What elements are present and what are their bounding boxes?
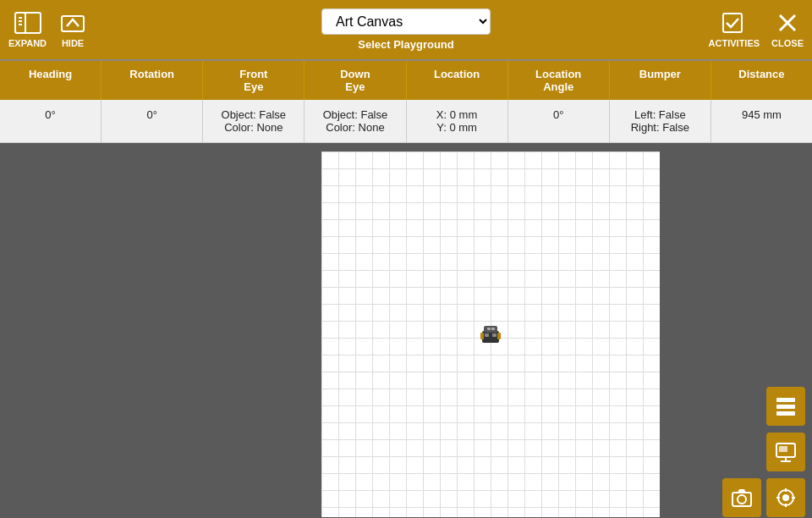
svg-rect-0 (15, 13, 41, 33)
activities-icon (720, 11, 749, 35)
left-panel (0, 143, 237, 518)
td-location: X: 0 mmY: 0 mm (407, 100, 508, 142)
top-bar-right: ACTIVITIES CLOSE (709, 11, 804, 48)
svg-rect-16 (491, 328, 495, 330)
expand-button[interactable]: EXPAND (8, 11, 47, 48)
th-location-angle: LocationAngle (508, 61, 610, 100)
camera-button[interactable] (722, 478, 761, 517)
playground-select[interactable]: Art Canvas Option 2 Option 3 (321, 8, 491, 35)
settings-button[interactable] (766, 478, 805, 517)
td-down-eye: Object: FalseColor: None (304, 100, 406, 142)
close-label: CLOSE (771, 38, 804, 48)
top-bar-center: Art Canvas Option 2 Option 3 Select Play… (321, 8, 491, 51)
th-distance: Distance (711, 61, 812, 100)
top-bar-left: EXPAND HIDE (8, 11, 87, 48)
td-front-eye: Object: FalseColor: None (203, 100, 304, 142)
svg-rect-1 (15, 13, 25, 33)
hide-icon (58, 11, 87, 35)
svg-rect-13 (485, 333, 489, 337)
activities-label: ACTIVITIES (709, 38, 760, 48)
right-panel (744, 143, 812, 518)
td-heading: 0° (0, 100, 102, 142)
top-bar: EXPAND HIDE Art Canvas Option 2 Option 3… (0, 0, 812, 59)
right-btn-row-bot (722, 478, 805, 517)
list-view-button[interactable] (766, 387, 805, 426)
th-heading: Heading (0, 61, 102, 100)
td-rotation: 0° (102, 100, 203, 142)
right-btn-row-mid (766, 433, 805, 471)
activities-button[interactable]: ACTIVITIES (709, 11, 760, 48)
svg-rect-6 (723, 14, 742, 32)
robot-icon (475, 322, 506, 346)
svg-rect-14 (492, 333, 497, 337)
td-distance: 945 mm (711, 100, 812, 142)
td-bumper: Left: FalseRight: False (610, 100, 711, 142)
svg-rect-23 (779, 446, 787, 452)
th-bumper: Bumper (610, 61, 711, 100)
svg-point-25 (738, 495, 746, 504)
svg-rect-15 (487, 328, 491, 330)
main-content (0, 143, 812, 518)
expand-label: EXPAND (8, 38, 47, 48)
monitor-icon (775, 441, 797, 463)
table-row: 0° 0° Object: FalseColor: None Object: F… (0, 100, 812, 143)
table-header: Heading Rotation FrontEye DownEye Locati… (0, 59, 812, 100)
hide-label: HIDE (62, 38, 84, 48)
right-btn-row-top (766, 387, 805, 426)
svg-rect-19 (776, 411, 795, 416)
settings-icon (775, 487, 797, 509)
th-down-eye: DownEye (304, 61, 406, 100)
select-playground-label: Select Playground (358, 38, 453, 51)
svg-rect-17 (776, 398, 795, 402)
close-icon (776, 11, 799, 35)
th-location: Location (407, 61, 508, 100)
close-button[interactable]: CLOSE (771, 11, 804, 48)
svg-rect-9 (482, 331, 499, 343)
svg-rect-12 (497, 333, 501, 339)
svg-rect-18 (776, 405, 795, 409)
svg-rect-11 (480, 333, 484, 339)
robot-sprite (475, 322, 506, 346)
camera-icon (731, 487, 753, 509)
hide-button[interactable]: HIDE (58, 11, 87, 48)
list-view-icon (775, 395, 797, 417)
td-location-angle: 0° (508, 100, 610, 142)
expand-icon (14, 11, 42, 35)
grid-canvas (321, 152, 660, 517)
th-front-eye: FrontEye (203, 61, 304, 100)
th-rotation: Rotation (102, 61, 203, 100)
svg-point-28 (782, 494, 789, 501)
canvas-area (237, 143, 744, 518)
monitor-button[interactable] (766, 433, 805, 471)
svg-marker-26 (738, 489, 746, 493)
